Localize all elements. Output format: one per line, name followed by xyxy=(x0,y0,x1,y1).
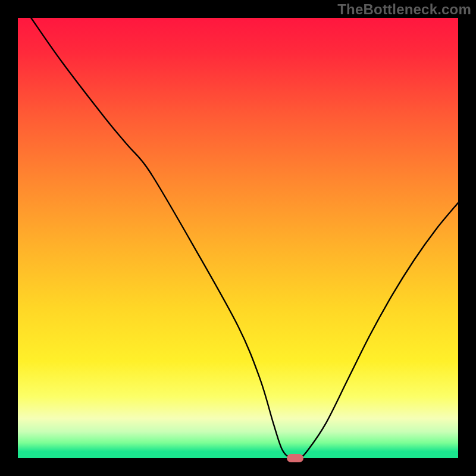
watermark-label: TheBottleneck.com xyxy=(337,1,471,18)
minimum-marker xyxy=(287,454,303,462)
chart-frame: TheBottleneck.com xyxy=(0,0,476,476)
plot-area xyxy=(18,18,458,458)
curve-svg xyxy=(18,18,458,458)
bottleneck-curve-path xyxy=(31,18,458,458)
